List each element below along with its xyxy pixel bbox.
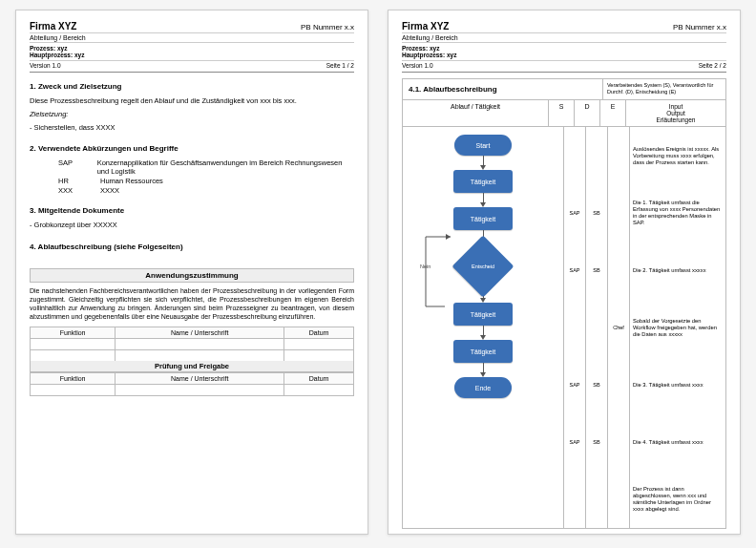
review-table: Funktion Name / Unterschrift Datum (30, 372, 354, 396)
review-heading: Prüfung und Freigabe (30, 361, 354, 372)
col-date: Datum (284, 327, 354, 338)
label-no: Nein (420, 263, 430, 269)
process-block: Prozess: xyz Hauptprozess: xyz (30, 43, 354, 61)
col-name: Name / Unterschrift (116, 327, 284, 338)
pb-number: PB Nummer x.x (301, 23, 354, 32)
pb-number: PB Nummer x.x (673, 23, 726, 32)
col-io: Input Output Erläuterungen (626, 100, 725, 126)
page-2: Firma XYZ PB Nummer x.x Abteilung / Bere… (388, 10, 741, 535)
goal-label: Zielsetzung: (30, 110, 354, 119)
column-io: Auslösendes Ereignis ist xxxxx. Als Vorb… (630, 127, 725, 528)
node-decision: Entscheid (452, 236, 514, 298)
approval-heading: Anwendungszustimmung (30, 268, 354, 283)
column-decision: Chef (608, 127, 630, 528)
flow-frame: 4.1. Ablaufbeschreibung Verarbeitendes S… (402, 78, 726, 529)
page-header: Firma XYZ PB Nummer x.x Abteilung / Bere… (30, 20, 354, 73)
goal-item: - Sicherstellen, dass XXXX (30, 123, 354, 133)
company-name: Firma XYZ (402, 21, 449, 32)
col-function: Funktion (31, 372, 116, 384)
node-end: Ende (454, 377, 512, 398)
flow-body: Start Tätigkeit Tätigkeit Entscheid Nein… (403, 127, 725, 528)
abbr-row: SAPKonzernapplikation für Geschäftsanwen… (58, 158, 354, 176)
process-label: Prozess: xyz (30, 45, 67, 52)
section-title: 1. Zweck und Zielsetzung (30, 82, 354, 91)
page-header: Firma XYZ PB Nummer x.x Abteilung / Bere… (402, 20, 726, 73)
page-number: Seite 1 / 2 (326, 62, 354, 69)
flow-column-headers: Ablauf / Tätigkeit S D E Input Output Er… (403, 100, 725, 127)
column-responsible: SBSBSBSB (586, 127, 608, 528)
main-process-label: Hauptprozess: xyz (30, 52, 84, 58)
col-date: Datum (284, 372, 354, 384)
version-label: Version 1.0 (30, 62, 61, 69)
section-flow-ref: 4. Ablaufbeschreibung (siehe Folgeseiten… (30, 242, 354, 251)
section-title: 4. Ablaufbeschreibung (siehe Folgeseiten… (30, 242, 354, 251)
col-flow: Ablauf / Tätigkeit (403, 100, 549, 126)
department: Abteilung / Bereich (402, 34, 458, 41)
process-block: Prozess: xyz Hauptprozess: xyz (402, 43, 726, 61)
col-function: Funktion (31, 327, 116, 338)
col-name: Name / Unterschrift (116, 372, 284, 384)
col-d: D (575, 100, 600, 126)
page-1: Firma XYZ PB Nummer x.x Abteilung / Bere… (15, 10, 368, 535)
node-task: Tätigkeit (453, 340, 513, 363)
section-title: 2. Verwendete Abkürzungen und Begriffe (30, 144, 354, 153)
node-task: Tätigkeit (453, 207, 513, 230)
approval-text: Die nachstehenden Fachbereichsverantwort… (30, 286, 354, 321)
doc-item: - Grobkonzept über XXXXX (30, 221, 354, 230)
page-number: Seite 2 / 2 (699, 62, 726, 69)
flow-title: 4.1. Ablaufbeschreibung (403, 79, 602, 99)
flowchart: Start Tätigkeit Tätigkeit Entscheid Nein… (403, 127, 564, 528)
abbr-row: XXXXXXX (58, 186, 354, 195)
node-task: Tätigkeit (453, 170, 513, 193)
version-label: Version 1.0 (402, 62, 433, 69)
section-abbreviations: 2. Verwendete Abkürzungen und Begriffe S… (30, 144, 354, 195)
abbr-row: HRHuman Ressources (58, 177, 354, 185)
col-s: S (549, 100, 575, 126)
department: Abteilung / Bereich (30, 34, 86, 41)
col-e: E (600, 100, 626, 126)
flow-legend: Verarbeitendes System (S), Verantwortlic… (602, 79, 725, 99)
company-name: Firma XYZ (30, 21, 76, 32)
column-system: SAPSAPSAPSAP (564, 127, 586, 528)
section-title: 3. Mitgeltende Dokumente (30, 206, 354, 215)
node-task: Tätigkeit (453, 303, 513, 326)
section-text: Diese Prozessbeschreibung regelt den Abl… (30, 96, 354, 106)
node-start: Start (454, 135, 512, 156)
approval-table: Funktion Name / Unterschrift Datum (30, 327, 354, 362)
section-documents: 3. Mitgeltende Dokumente - Grobkonzept ü… (30, 206, 354, 230)
section-purpose: 1. Zweck und Zielsetzung Diese Prozessbe… (30, 82, 354, 133)
